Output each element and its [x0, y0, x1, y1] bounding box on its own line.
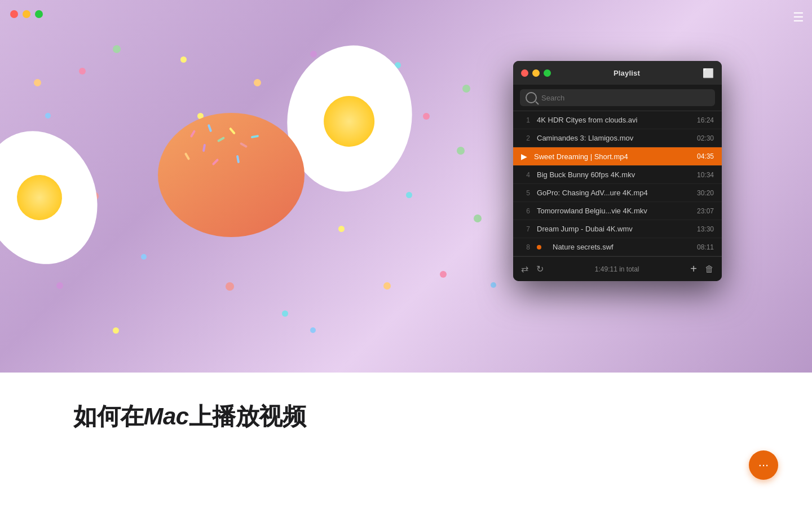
- item-number: 5: [521, 189, 530, 197]
- item-name: GoPro: Chasing AdV...ure 4K.mp4: [537, 189, 690, 197]
- item-name: Nature secrets.swf: [553, 243, 690, 251]
- search-input[interactable]: [541, 94, 709, 102]
- playlist-item[interactable]: 4 ▶ Big Buck Bunny 60fps 4K.mkv 10:34: [513, 166, 722, 184]
- delete-icon[interactable]: 🗑: [705, 264, 714, 274]
- panel-minimize-button[interactable]: [532, 69, 540, 77]
- item-name: Sweet Dreaming | Short.mp4: [534, 152, 690, 161]
- panel-maximize-button[interactable]: [544, 69, 551, 77]
- candy-dot: [226, 282, 234, 291]
- chat-icon: ···: [758, 458, 769, 472]
- egg-yolk: [11, 169, 69, 227]
- candy-dot: [310, 327, 316, 333]
- item-duration: 30:20: [697, 189, 714, 197]
- candy-dot: [310, 51, 317, 58]
- window-maximize-button[interactable]: [35, 10, 43, 18]
- egg-yolk: [320, 92, 378, 151]
- item-duration: 10:34: [697, 171, 714, 179]
- search-bar-container: [513, 85, 722, 111]
- candy-dot: [457, 147, 465, 155]
- item-number: 7: [521, 225, 530, 233]
- top-navigation: ☰: [793, 10, 804, 25]
- item-duration: 04:35: [697, 152, 714, 160]
- item-duration: 02:30: [697, 134, 714, 142]
- candy-dot: [462, 85, 470, 93]
- candy-dot: [113, 45, 121, 53]
- window-close-button[interactable]: [10, 10, 18, 18]
- search-icon: [526, 92, 537, 103]
- heading-bold: Mac: [144, 403, 189, 430]
- candy-dot: [383, 282, 391, 290]
- menu-icon[interactable]: ☰: [793, 10, 804, 25]
- sprinkle: [184, 152, 190, 160]
- panel-footer: ⇄ ↻ 1:49:11 in total + 🗑: [513, 256, 722, 281]
- playlist-items-list: 1 ▶ 4K HDR Cityes from clouds.avi 16:24 …: [513, 111, 722, 256]
- sprinkle: [212, 159, 219, 166]
- candy-dot: [45, 113, 51, 119]
- item-duration: 13:30: [697, 225, 714, 233]
- repeat-icon[interactable]: ↻: [536, 264, 544, 274]
- candy-dot: [141, 254, 147, 260]
- item-duration: 08:11: [697, 243, 714, 251]
- candy-dot: [180, 56, 187, 63]
- candy-dot: [113, 327, 119, 334]
- sprinkle: [229, 127, 236, 134]
- total-duration: 1:49:11 in total: [595, 265, 639, 273]
- item-duration: 16:24: [697, 116, 714, 124]
- candy-dot: [491, 282, 496, 288]
- screenshot-area: ☰ Playlist ⬜ 1 ▶ 4K HDR Cityes: [0, 0, 812, 373]
- item-name: Tomorrowland Belgiu...vie 4K.mkv: [537, 207, 690, 215]
- playlist-item-active[interactable]: 3 ▶ Sweet Dreaming | Short.mp4 04:35: [513, 147, 722, 166]
- candy-dot: [79, 68, 86, 75]
- candy-dot: [474, 214, 482, 222]
- footer-actions: + 🗑: [690, 262, 714, 275]
- candy-dot: [423, 113, 430, 120]
- panel-title: Playlist: [614, 69, 640, 77]
- dot-indicator: [537, 245, 541, 249]
- item-name: Caminandes 3: Llamigos.mov: [537, 134, 690, 142]
- window-traffic-lights: [10, 10, 43, 18]
- page-heading: 如何在Mac上播放视频: [73, 401, 306, 432]
- playlist-item[interactable]: 6 ▶ Tomorrowland Belgiu...vie 4K.mkv 23:…: [513, 202, 722, 220]
- candy-dot: [406, 192, 412, 198]
- panel-traffic-lights: [521, 69, 551, 77]
- bowl-decoration: [158, 113, 304, 237]
- playlist-item[interactable]: 5 ▶ GoPro: Chasing AdV...ure 4K.mp4 30:2…: [513, 184, 722, 202]
- candy-dot: [338, 226, 345, 232]
- heading-part2: 上播放视频: [189, 403, 306, 430]
- footer-controls: ⇄ ↻: [521, 264, 544, 274]
- panel-titlebar: Playlist ⬜: [513, 61, 722, 85]
- chat-bubble-button[interactable]: ···: [749, 450, 778, 480]
- item-number: 1: [521, 116, 530, 124]
- item-name: Dream Jump - Dubai 4K.wmv: [537, 225, 690, 233]
- item-duration: 23:07: [697, 207, 714, 215]
- screen-icon[interactable]: ⬜: [703, 68, 714, 78]
- sprinkle: [190, 130, 196, 138]
- sprinkle: [236, 155, 240, 163]
- playlist-panel: Playlist ⬜ 1 ▶ 4K HDR Cityes from clouds…: [513, 61, 722, 281]
- item-name: 4K HDR Cityes from clouds.avi: [537, 116, 690, 124]
- candy-dot: [56, 282, 63, 289]
- sprinkle: [208, 124, 213, 133]
- item-number: 8: [521, 243, 530, 251]
- play-icon: ▶: [521, 152, 527, 161]
- item-number: 4: [521, 171, 530, 179]
- sprinkle: [217, 137, 225, 142]
- search-input-wrapper[interactable]: [520, 89, 715, 106]
- candy-dot: [440, 271, 447, 278]
- candy-dot: [254, 79, 261, 86]
- playlist-item[interactable]: 8 ▶ Nature secrets.swf 08:11: [513, 238, 722, 256]
- window-minimize-button[interactable]: [23, 10, 30, 18]
- shuffle-icon[interactable]: ⇄: [521, 264, 528, 274]
- item-number: 2: [521, 134, 530, 142]
- sprinkle: [240, 142, 248, 148]
- item-number: 6: [521, 207, 530, 215]
- playlist-item[interactable]: 1 ▶ 4K HDR Cityes from clouds.avi 16:24: [513, 111, 722, 129]
- panel-close-button[interactable]: [521, 69, 528, 77]
- candy-dot: [282, 310, 288, 317]
- item-name: Big Buck Bunny 60fps 4K.mkv: [537, 170, 690, 179]
- playlist-item[interactable]: 2 ▶ Caminandes 3: Llamigos.mov 02:30: [513, 129, 722, 147]
- playlist-item[interactable]: 7 ▶ Dream Jump - Dubai 4K.wmv 13:30: [513, 220, 722, 238]
- add-icon[interactable]: +: [690, 262, 697, 275]
- candy-dot: [34, 79, 41, 86]
- content-area: 如何在Mac上播放视频: [0, 373, 812, 508]
